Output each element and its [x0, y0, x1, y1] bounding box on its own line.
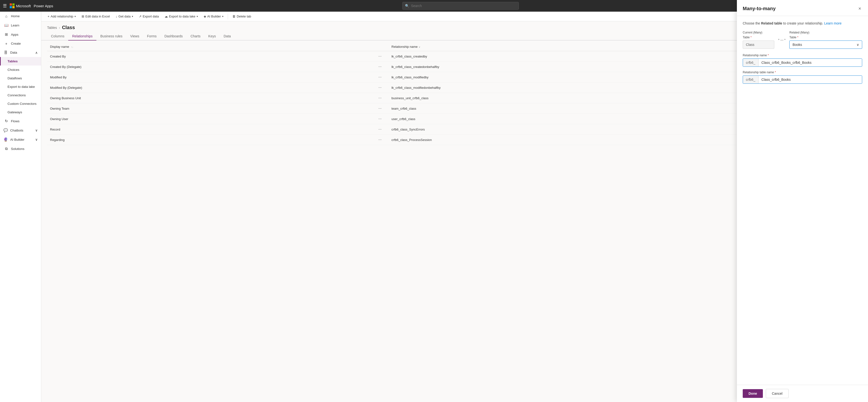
- col-display-name[interactable]: Display name ↑↓: [47, 42, 374, 51]
- rel-table-name-input-row: crfb6_: [743, 75, 862, 84]
- row-options-button[interactable]: ···: [377, 54, 383, 59]
- sidebar-item-label: Home: [11, 14, 20, 18]
- current-table-value: Class: [743, 40, 774, 49]
- tab-views[interactable]: Views: [126, 32, 143, 40]
- sidebar-item-label: Create: [11, 42, 21, 45]
- sidebar-item-ai-builder[interactable]: 🔮 AI Builder ∨: [0, 135, 41, 144]
- get-data-button[interactable]: ↓ Get data ▾: [113, 13, 135, 20]
- sidebar-item-label: Flows: [11, 120, 20, 123]
- current-table-label: Table *: [743, 36, 774, 39]
- sidebar-item-label: AI Builder: [10, 138, 25, 141]
- display-name-cell: Owning User: [47, 114, 374, 124]
- row-options-button[interactable]: ···: [377, 106, 383, 111]
- sidebar-item-export-lake[interactable]: Export to data lake: [0, 82, 41, 91]
- edit-excel-button[interactable]: ⊞ Edit data in Excel: [79, 13, 112, 20]
- panel-body: Choose the Related table to create your …: [737, 16, 868, 385]
- rel-table-name-input[interactable]: [758, 76, 862, 83]
- tab-columns[interactable]: Columns: [47, 32, 68, 40]
- sidebar-item-label: Gateways: [7, 110, 22, 114]
- tables-config-row: Current (Many) Table * Class * — * Relat…: [743, 31, 862, 49]
- row-options-button[interactable]: ···: [377, 64, 383, 69]
- add-relationship-button[interactable]: + Add relationship ▾: [45, 13, 78, 20]
- tab-keys[interactable]: Keys: [205, 32, 220, 40]
- breadcrumb-tables-link[interactable]: Tables: [47, 26, 57, 30]
- delete-label: Delete tab: [237, 14, 251, 18]
- solutions-icon: ⧉: [4, 146, 8, 151]
- export-lake-button[interactable]: ☁ Export to data lake ▾: [162, 13, 200, 20]
- app-name: Power Apps: [34, 4, 53, 8]
- ai-builder-button[interactable]: ◈ AI Builder ▾: [201, 13, 226, 20]
- export-icon: ↗: [139, 14, 142, 18]
- rel-table-prefix: crfb6_: [743, 76, 758, 83]
- search-input[interactable]: [411, 4, 516, 8]
- tab-forms[interactable]: Forms: [143, 32, 160, 40]
- create-icon: +: [4, 41, 8, 45]
- search-bar[interactable]: 🔍: [402, 2, 519, 10]
- sort-icon: ↑↓: [71, 46, 73, 48]
- tab-data[interactable]: Data: [220, 32, 235, 40]
- panel-desc-before: Choose the: [743, 21, 761, 25]
- row-actions-cell: ···: [374, 82, 389, 93]
- ai-icon: ◈: [204, 14, 206, 18]
- sidebar-item-choices[interactable]: Choices: [0, 66, 41, 74]
- sidebar-item-custom-connectors[interactable]: Custom Connectors: [0, 99, 41, 108]
- learn-more-link[interactable]: Learn more: [824, 21, 841, 25]
- related-section-label: Related (Many): [789, 31, 862, 34]
- sidebar-item-home[interactable]: ⌂ Home: [0, 12, 41, 21]
- cancel-button[interactable]: Cancel: [766, 389, 788, 398]
- sidebar-item-chatbots[interactable]: 💬 Chatbots ∨: [0, 126, 41, 135]
- sidebar-item-label: Choices: [7, 68, 20, 72]
- chevron-up-icon: ∧: [35, 51, 38, 55]
- related-table-label: Table *: [789, 36, 862, 39]
- toolbar-separator: [228, 13, 228, 20]
- chevron-down-icon: ▾: [74, 15, 76, 18]
- related-table-select[interactable]: Books ∨: [789, 40, 862, 49]
- row-actions-cell: ···: [374, 62, 389, 72]
- sidebar-item-apps[interactable]: ⊞ Apps: [0, 30, 41, 39]
- sidebar-item-flows[interactable]: ↻ Flows: [0, 116, 41, 126]
- display-name-cell: Created By (Delegate): [47, 62, 374, 72]
- grid-menu-icon[interactable]: ☰: [3, 3, 7, 8]
- delete-table-button[interactable]: 🗑 Delete tab: [230, 13, 253, 20]
- tab-business-rules[interactable]: Business rules: [96, 32, 126, 40]
- export-data-button[interactable]: ↗ Export data: [136, 13, 161, 20]
- tab-relationships[interactable]: Relationships: [68, 32, 96, 40]
- sidebar-item-connections[interactable]: Connections: [0, 91, 41, 99]
- rel-table-name-label: Relationship table name *: [743, 71, 862, 74]
- related-table-selected-value: Books: [793, 43, 802, 46]
- export-data-label: Export data: [143, 14, 159, 18]
- row-options-button[interactable]: ···: [377, 95, 383, 101]
- sidebar-item-gateways[interactable]: Gateways: [0, 108, 41, 116]
- search-icon: 🔍: [405, 4, 409, 8]
- sidebar-item-data[interactable]: 🗄 Data ∧: [0, 48, 41, 57]
- sidebar-item-solutions[interactable]: ⧉ Solutions: [0, 144, 41, 153]
- sidebar-item-learn[interactable]: 📖 Learn: [0, 21, 41, 30]
- tab-dashboards[interactable]: Dashboards: [160, 32, 187, 40]
- get-data-label: Get data: [119, 14, 131, 18]
- sidebar-item-label: Custom Connectors: [7, 102, 36, 105]
- sidebar-item-tables[interactable]: Tables: [0, 57, 41, 66]
- sidebar-item-dataflows[interactable]: Dataflows: [0, 74, 41, 82]
- microsoft-text: Microsoft: [16, 4, 31, 8]
- done-button[interactable]: Done: [743, 389, 763, 398]
- row-actions-cell: ···: [374, 135, 389, 145]
- current-table-section: Current (Many) Table * Class: [743, 31, 774, 49]
- sidebar-item-create[interactable]: + Create: [0, 39, 41, 48]
- panel-footer: Done Cancel: [737, 385, 868, 402]
- edit-excel-label: Edit data in Excel: [86, 14, 110, 18]
- row-options-button[interactable]: ···: [377, 74, 383, 80]
- flows-icon: ↻: [4, 119, 8, 123]
- display-name-cell: Regarding: [47, 135, 374, 145]
- row-options-button[interactable]: ···: [377, 85, 383, 90]
- panel-desc-after: to create your relationship.: [782, 21, 823, 25]
- panel-close-button[interactable]: ×: [857, 12, 862, 12]
- row-options-button[interactable]: ···: [377, 127, 383, 132]
- row-options-button[interactable]: ···: [377, 137, 383, 142]
- delete-icon: 🗑: [232, 14, 236, 18]
- rel-name-input[interactable]: [758, 59, 862, 66]
- tab-charts[interactable]: Charts: [187, 32, 205, 40]
- ai-builder-label: AI Builder: [207, 14, 221, 18]
- row-options-button[interactable]: ···: [377, 116, 383, 122]
- sidebar-item-label: Chatbots: [10, 129, 23, 132]
- sidebar-item-label: Data: [10, 51, 17, 54]
